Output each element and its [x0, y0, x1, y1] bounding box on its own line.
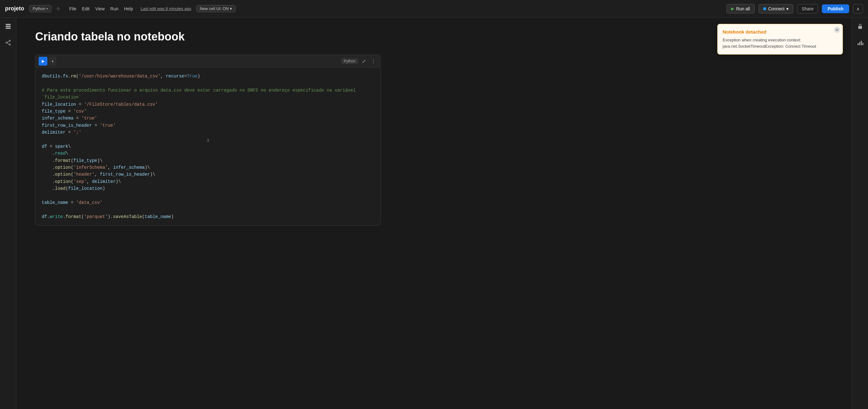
left-sidebar	[0, 18, 16, 409]
cell-more-button[interactable]: ⋮	[370, 58, 377, 65]
notification-body: Exception when creating execution contex…	[722, 37, 836, 49]
menu-view[interactable]: View	[93, 5, 107, 12]
cell-toolbar: ▶ ▾ 3 Python ⤢ ⋮	[35, 55, 380, 68]
sidebar-icon-share[interactable]	[3, 38, 13, 48]
menu-edit[interactable]: Edit	[80, 5, 92, 12]
cell-expand-button[interactable]: ⤢	[361, 58, 367, 65]
play-icon: ▶	[731, 6, 734, 11]
language-label: Python	[33, 6, 45, 11]
svg-rect-10	[859, 42, 860, 45]
language-selector[interactable]: Python ▾	[29, 5, 52, 12]
notification-popup: Notebook detached Exception when creatin…	[717, 24, 843, 55]
svg-rect-9	[858, 43, 859, 45]
svg-point-5	[9, 44, 10, 45]
notification-close-button[interactable]: ✕	[834, 27, 840, 33]
svg-rect-1	[6, 26, 11, 27]
cell-toolbar-left: ▶ ▾	[39, 57, 56, 66]
right-sidebar	[852, 18, 868, 409]
svg-rect-0	[6, 24, 11, 25]
star-icon[interactable]: ☆	[56, 6, 60, 11]
run-all-label: Run all	[736, 6, 750, 11]
svg-point-3	[9, 40, 10, 41]
menu-help[interactable]: Help	[122, 5, 136, 12]
notification-title: Notebook detached	[722, 29, 836, 34]
collapse-icon: ∧	[857, 6, 860, 11]
cell-run-button[interactable]: ▶	[39, 57, 48, 66]
cell-toolbar-right: Python ⤢ ⋮	[341, 58, 377, 65]
right-sidebar-lock-icon[interactable]	[855, 21, 865, 31]
topbar: projeto Python ▾ ☆ File Edit View Run He…	[0, 0, 868, 18]
connect-label: Connect	[768, 6, 784, 11]
menu-run[interactable]: Run	[108, 5, 121, 12]
connect-button[interactable]: Connect ▾	[758, 4, 793, 13]
right-sidebar-chart-icon[interactable]	[855, 38, 865, 48]
notebook-content: Criando tabela no notebook ▶ ▾ 3 Python …	[16, 18, 852, 409]
code-cell: ▶ ▾ 3 Python ⤢ ⋮ dbutils.fs.rm('/user/hi…	[35, 55, 381, 226]
cell-code[interactable]: dbutils.fs.rm('/user/hive/warehouse/data…	[35, 68, 380, 225]
notebook-title: Criando tabela no notebook	[35, 30, 833, 43]
svg-rect-2	[6, 28, 11, 29]
cell-number: 3	[207, 138, 209, 142]
collapse-button[interactable]: ∧	[853, 4, 863, 13]
menu-file[interactable]: File	[67, 5, 79, 12]
publish-button[interactable]: Publish	[822, 4, 849, 13]
svg-rect-8	[858, 26, 862, 29]
new-cell-ui-toggle[interactable]: New cell UI: ON ▾	[196, 5, 236, 12]
svg-line-6	[7, 41, 9, 42]
language-chevron: ▾	[46, 7, 48, 10]
connect-chevron: ▾	[786, 6, 788, 11]
svg-rect-12	[862, 43, 863, 45]
svg-rect-11	[861, 41, 862, 45]
main-layout: Criando tabela no notebook ▶ ▾ 3 Python …	[0, 18, 868, 409]
project-name[interactable]: projeto	[5, 5, 24, 12]
svg-line-7	[7, 43, 9, 44]
last-edit-label[interactable]: Last edit was 8 minutes ago	[141, 6, 191, 11]
run-all-button[interactable]: ▶ Run all	[726, 4, 755, 13]
connect-status-dot	[763, 7, 766, 10]
cell-language-label: Python	[341, 58, 358, 64]
menu-bar: File Edit View Run Help	[67, 5, 135, 12]
publish-label: Publish	[828, 6, 843, 11]
svg-point-4	[6, 42, 7, 43]
share-button[interactable]: Share	[797, 4, 818, 13]
cell-run-dropdown[interactable]: ▾	[49, 57, 56, 66]
sidebar-icon-notebooks[interactable]	[3, 21, 13, 31]
share-label: Share	[802, 6, 813, 11]
new-cell-ui-label: New cell UI: ON	[200, 6, 228, 11]
new-cell-ui-chevron: ▾	[230, 6, 232, 11]
